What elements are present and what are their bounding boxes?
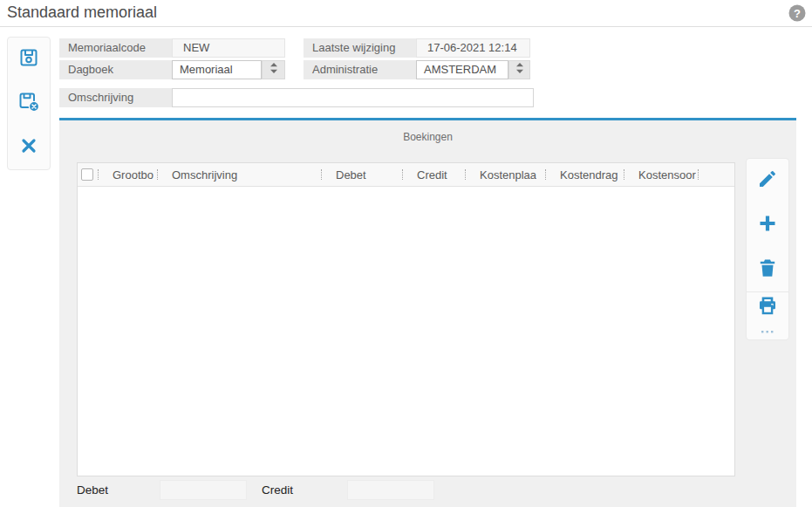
help-button[interactable]: ? bbox=[788, 3, 807, 23]
column-label: Kostenplaa bbox=[480, 168, 536, 182]
select-all-checkbox[interactable] bbox=[81, 168, 93, 181]
left-toolbar bbox=[7, 37, 51, 170]
administratie-select[interactable]: AMSTERDAM bbox=[416, 60, 508, 79]
laatste-wijziging-label: Laatste wijziging bbox=[304, 38, 416, 58]
header-cell-grootboek[interactable]: Grootbo bbox=[99, 163, 158, 187]
close-icon bbox=[20, 137, 38, 158]
up-down-arrows-icon bbox=[270, 62, 278, 78]
header-cell-select bbox=[78, 163, 99, 187]
header-cell-kostensoort[interactable]: Kostensoor bbox=[624, 163, 699, 187]
edit-row-button[interactable] bbox=[756, 169, 779, 192]
credit-total-label: Credit bbox=[262, 483, 293, 497]
standaard-memoriaal-window: { "header": { "title": "Standaard memori… bbox=[0, 0, 812, 507]
dagboek-label: Dagboek bbox=[59, 60, 172, 79]
save-discard-icon bbox=[17, 90, 40, 116]
administratie-spinner[interactable] bbox=[508, 60, 530, 79]
column-label: Kostensoor bbox=[638, 168, 696, 182]
cancel-button[interactable] bbox=[17, 136, 40, 159]
boekingen-grid: Grootbo Omschrijving Debet Credit Kosten… bbox=[77, 162, 735, 476]
laatste-wijziging-value: 17-06-2021 12:14 bbox=[416, 38, 530, 58]
save-icon bbox=[18, 47, 39, 72]
header-cell-debet[interactable]: Debet bbox=[322, 163, 403, 187]
print-icon bbox=[757, 296, 778, 320]
print-group bbox=[747, 292, 788, 339]
grid-body-empty bbox=[78, 187, 734, 476]
edit-icon bbox=[757, 168, 778, 193]
column-label: Credit bbox=[417, 168, 447, 182]
header-cell-kostendrager[interactable]: Kostendrag bbox=[546, 163, 624, 187]
grid-header-row: Grootbo Omschrijving Debet Credit Kosten… bbox=[78, 163, 734, 187]
header-cell-kostenplaats[interactable]: Kostenplaa bbox=[466, 163, 546, 187]
memoriaalcode-label: Memoriaalcode bbox=[59, 38, 172, 58]
add-row-button[interactable] bbox=[756, 214, 779, 236]
dagboek-spinner[interactable] bbox=[262, 60, 285, 79]
add-icon bbox=[757, 213, 778, 237]
dagboek-select[interactable]: Memoriaal bbox=[172, 60, 262, 79]
administratie-label: Administratie bbox=[304, 60, 416, 79]
page-title: Standaard memoriaal bbox=[7, 3, 157, 22]
header-cell-filler bbox=[699, 163, 734, 187]
omschrijving-label: Omschrijving bbox=[59, 88, 172, 107]
boekingen-title: Boekingen bbox=[59, 131, 796, 143]
omschrijving-input[interactable] bbox=[172, 88, 534, 107]
print-more-dots-icon bbox=[761, 321, 774, 337]
help-circle-icon: ? bbox=[788, 10, 807, 25]
title-divider bbox=[0, 26, 812, 27]
header-cell-omschrijving[interactable]: Omschrijving bbox=[158, 163, 322, 187]
print-button[interactable] bbox=[756, 305, 779, 327]
svg-text:?: ? bbox=[794, 7, 801, 20]
save-button[interactable] bbox=[17, 48, 40, 71]
save-discard-button[interactable] bbox=[17, 92, 40, 114]
delete-icon bbox=[758, 257, 777, 282]
row-actions-group bbox=[747, 159, 788, 292]
right-toolbar bbox=[746, 158, 789, 340]
column-label: Grootbo bbox=[113, 168, 154, 182]
credit-total-value bbox=[347, 480, 434, 500]
memoriaalcode-value: NEW bbox=[172, 38, 285, 58]
up-down-arrows-icon bbox=[515, 62, 524, 78]
delete-row-button[interactable] bbox=[756, 258, 779, 281]
header-cell-credit[interactable]: Credit bbox=[403, 163, 466, 187]
debet-total-value bbox=[160, 480, 247, 500]
column-label: Debet bbox=[336, 168, 366, 182]
column-label: Omschrijving bbox=[172, 168, 237, 182]
column-label: Kostendrag bbox=[560, 168, 618, 182]
debet-total-label: Debet bbox=[77, 483, 108, 497]
